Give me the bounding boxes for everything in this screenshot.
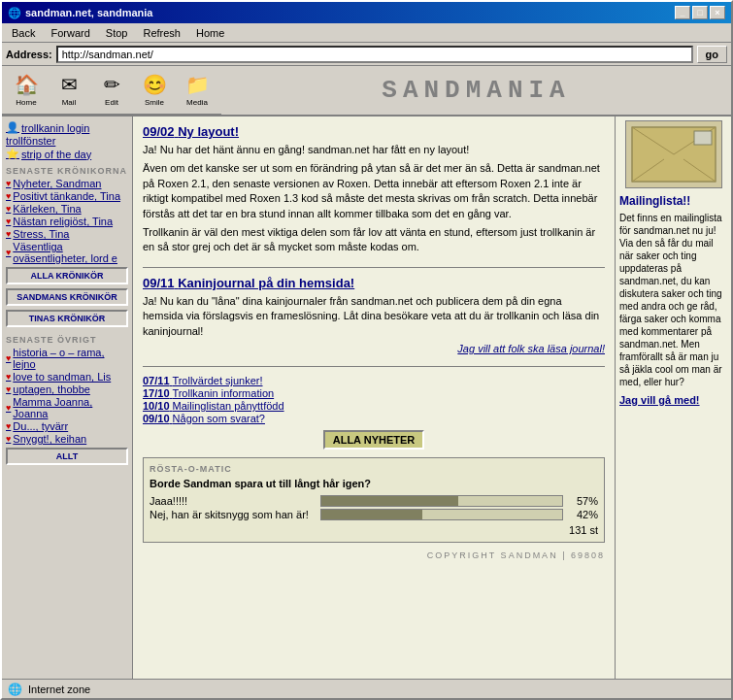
logo-text: SANDMANIA <box>382 76 570 105</box>
main-content: 👤 trollkanin login trollfönster ⭐ strip … <box>2 117 731 679</box>
sidebar-trollfonster[interactable]: trollfönster <box>6 135 128 147</box>
poll-bar-0 <box>320 495 563 507</box>
sidebar-kron-1[interactable]: ♥ Positivt tänkande, Tina <box>6 190 128 202</box>
menu-forward[interactable]: Forward <box>45 26 95 40</box>
logo-area: SANDMANIA <box>221 66 731 115</box>
mail-toolbar-icon[interactable]: ✉ Mail <box>49 70 89 111</box>
heart-icon-2: ♥ <box>6 204 11 214</box>
poll-section-title: RÖSTA-O-MATIC <box>150 464 598 474</box>
poll-total: 131 st <box>150 524 598 536</box>
news-link-journal[interactable]: Jag vill att folk ska läsa journal! <box>457 343 605 354</box>
go-button[interactable]: go <box>697 46 727 63</box>
address-input[interactable] <box>56 46 693 63</box>
heart-icon-o0: ♥ <box>6 353 11 363</box>
poll-bar-fill-1 <box>321 510 422 519</box>
smile-toolbar-icon[interactable]: 😊 Smile <box>134 70 175 111</box>
star-icon: ⭐ <box>6 148 19 160</box>
poll-option-1: Nej, han är skitsnygg som han är! 42% <box>150 509 598 520</box>
minimize-button[interactable]: _ <box>675 6 690 19</box>
toolbar-row: 🏠 Home ✉ Mail ✏ Edit 😊 Smile 📁 Media SAN… <box>2 66 731 117</box>
ovrigt-section-title: SENASTE ÖVRIGT <box>6 335 128 345</box>
sidebar-ovrigt-1[interactable]: ♥ love to sandman, Lis <box>6 371 128 383</box>
older-news-1[interactable]: 17/10 Trollkanin information <box>143 387 605 399</box>
media-toolbar-icon[interactable]: 📁 Media <box>177 70 217 111</box>
news-body-0c: Trollkanin är väl den mest viktiga delen… <box>143 225 605 255</box>
news-body-0b: Även om det kanske ser ut som en förändr… <box>143 161 605 221</box>
news-body-1a: Ja! Nu kan du "låna" dina kainjournaler … <box>143 294 605 339</box>
sidebar-kron-4[interactable]: ♥ Stress, Tina <box>6 228 128 240</box>
person-icon: 👤 <box>6 121 19 134</box>
btn-allt[interactable]: ALLT <box>6 448 128 465</box>
address-bar: Address: go <box>2 43 731 66</box>
sidebar-kron-3[interactable]: ♥ Nästan religiöst, Tina <box>6 216 128 227</box>
mailing-title: Mailinglista!! <box>619 194 727 208</box>
poll-pct-1: 42% <box>569 509 598 520</box>
sidebar-login[interactable]: 👤 trollkanin login <box>6 121 128 134</box>
older-news: 07/11 Trollvärdet sjunker! 17/10 Trollka… <box>143 375 605 424</box>
heart-icon-o3: ♥ <box>6 403 11 413</box>
heart-icon-o1: ♥ <box>6 372 11 382</box>
btn-tina-kronikor[interactable]: TINAS KRÖNIKÖR <box>6 310 128 327</box>
title-bar-buttons: _ □ × <box>675 6 725 19</box>
sidebar-ovrigt-3[interactable]: ♥ Mamma Joanna, Joanna <box>6 396 128 419</box>
edit-toolbar-icon[interactable]: ✏ Edit <box>91 70 132 111</box>
kronikor-section-title: SENASTE KRÖNIKORNA <box>6 166 128 176</box>
older-news-2[interactable]: 10/10 Mailinglistan pånyttfödd <box>143 400 605 412</box>
home-toolbar-icon[interactable]: 🏠 Home <box>6 70 47 111</box>
status-bar: 🌐 Internet zone <box>2 679 731 698</box>
sidebar-strip[interactable]: ⭐ strip of the day <box>6 148 128 160</box>
divider-2 <box>143 366 605 367</box>
btn-sandman-kronikor[interactable]: SANDMANS KRÖNIKÖR <box>6 288 128 306</box>
poll-question: Borde Sandman spara ut till långt hår ig… <box>150 478 598 489</box>
news-title-1: 09/11 Kaninjournal på din hemsida! <box>143 276 605 290</box>
maximize-button[interactable]: □ <box>692 6 708 19</box>
heart-icon-4: ♥ <box>6 229 11 239</box>
news-link-0[interactable]: 09/02 Ny layout! <box>143 124 239 139</box>
heart-icon-o4: ♥ <box>6 421 11 431</box>
news-link-1[interactable]: 09/11 Kaninjournal på din hemsida! <box>143 276 354 290</box>
icon-toolbar: 🏠 Home ✉ Mail ✏ Edit 😊 Smile 📁 Media <box>2 66 221 115</box>
older-news-3[interactable]: 09/10 Någon som svarat? <box>143 413 605 424</box>
sidebar-ovrigt-4[interactable]: ♥ Du..., tyvärr <box>6 420 128 432</box>
sidebar-ovrigt-5[interactable]: ♥ Snyggt!, keihan <box>6 433 128 445</box>
status-icon: 🌐 <box>8 683 22 696</box>
sidebar: 👤 trollkanin login trollfönster ⭐ strip … <box>2 117 133 679</box>
menu-home[interactable]: Home <box>190 26 230 40</box>
heart-icon-5: ♥ <box>6 248 11 257</box>
mailing-body: Det finns en mailinglista för sandman.ne… <box>619 212 727 388</box>
btn-alla-kronikor[interactable]: ALLA KRÖNIKÖR <box>6 267 128 284</box>
sidebar-ovrigt-2[interactable]: ♥ uptagen, thobbe <box>6 383 128 395</box>
right-panel: Mailinglista!! Det finns en mailinglista… <box>615 117 731 679</box>
title-bar: 🌐 sandman.net, sandmania _ □ × <box>2 2 731 23</box>
browser-window: 🌐 sandman.net, sandmania _ □ × Back Forw… <box>0 0 733 700</box>
browser-icon: 🌐 <box>8 7 21 19</box>
heart-icon-0: ♥ <box>6 179 11 188</box>
address-label: Address: <box>6 49 52 60</box>
menu-bar: Back Forward Stop Refresh Home <box>2 23 731 43</box>
heart-icon-3: ♥ <box>6 217 11 226</box>
poll-option-0: Jaaa!!!!! 57% <box>150 495 598 507</box>
news-title-0: 09/02 Ny layout! <box>143 124 605 139</box>
sidebar-kron-2[interactable]: ♥ Kärleken, Tina <box>6 203 128 215</box>
sidebar-kron-5[interactable]: ♥ Väsentliga oväsentligheter, lord e <box>6 241 128 264</box>
mailing-signup-link[interactable]: Jag vill gå med! <box>619 394 727 406</box>
poll-section: RÖSTA-O-MATIC Borde Sandman spara ut til… <box>143 457 605 543</box>
window-title: sandman.net, sandmania <box>25 7 152 18</box>
menu-stop[interactable]: Stop <box>100 26 134 40</box>
close-button[interactable]: × <box>710 6 725 19</box>
older-news-0[interactable]: 07/11 Trollvärdet sjunker! <box>143 375 605 386</box>
menu-back[interactable]: Back <box>6 26 41 40</box>
title-bar-left: 🌐 sandman.net, sandmania <box>8 7 152 19</box>
sidebar-ovrigt-0[interactable]: ♥ historia – o – rama, lejno <box>6 347 128 370</box>
heart-icon-o2: ♥ <box>6 384 11 394</box>
envelope-illustration <box>625 120 722 188</box>
news-item-1: 09/11 Kaninjournal på din hemsida! Ja! N… <box>143 276 605 354</box>
news-body-0a: Ja! Nu har det hänt ännu en gång! sandma… <box>143 143 605 157</box>
menu-refresh[interactable]: Refresh <box>137 26 186 40</box>
news-item-0: 09/02 Ny layout! Ja! Nu har det hänt änn… <box>143 124 605 255</box>
divider-1 <box>143 267 605 268</box>
sidebar-kron-0[interactable]: ♥ Nyheter, Sandman <box>6 178 128 189</box>
center-content: 09/02 Ny layout! Ja! Nu har det hänt änn… <box>133 117 615 679</box>
all-news-button[interactable]: ALLA NYHETER <box>323 430 425 450</box>
poll-pct-0: 57% <box>569 495 598 507</box>
